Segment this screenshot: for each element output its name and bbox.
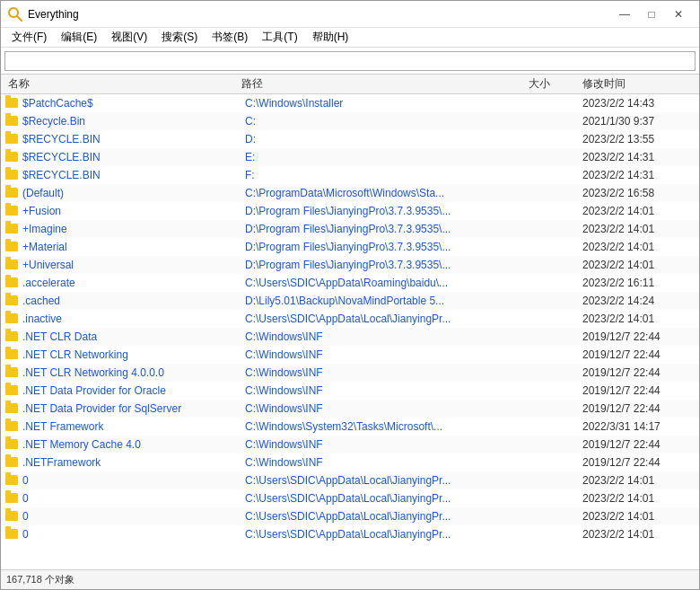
table-row[interactable]: .NET Memory Cache 4.0C:\Windows\INF2019/… bbox=[1, 436, 699, 454]
column-header-modified[interactable]: 修改时间 bbox=[579, 75, 696, 93]
file-modified: 2019/12/7 22:44 bbox=[579, 330, 696, 343]
file-path: C:\Windows\INF bbox=[241, 438, 525, 451]
folder-icon bbox=[4, 419, 19, 434]
table-row[interactable]: .inactiveC:\Users\SDIC\AppData\Local\Jia… bbox=[1, 310, 699, 328]
file-modified: 2023/2/2 14:01 bbox=[579, 241, 696, 253]
table-row[interactable]: .NET Data Provider for SqlServerC:\Windo… bbox=[1, 400, 699, 418]
file-path: C:\ProgramData\Microsoft\Windows\Sta... bbox=[241, 187, 525, 199]
menu-bookmarks[interactable]: 书签(B) bbox=[205, 28, 255, 47]
menu-edit[interactable]: 编辑(E) bbox=[54, 28, 104, 47]
folder-icon bbox=[4, 294, 19, 308]
column-header-size[interactable]: 大小 bbox=[525, 75, 579, 93]
table-row[interactable]: .NET CLR NetworkingC:\Windows\INF2019/12… bbox=[1, 346, 699, 364]
file-list-area: $PatchCache$C:\Windows\Installer2023/2/2… bbox=[1, 94, 699, 569]
file-modified: 2023/2/2 14:24 bbox=[579, 295, 696, 307]
table-row[interactable]: $RECYCLE.BIND:2023/2/2 13:55 bbox=[1, 130, 699, 148]
file-path: C:\Windows\INF bbox=[241, 456, 525, 469]
table-row[interactable]: .NET CLR Networking 4.0.0.0C:\Windows\IN… bbox=[1, 364, 699, 382]
menu-tools[interactable]: 工具(T) bbox=[255, 28, 304, 47]
table-row[interactable]: .cachedD:\Lily5.01\Backup\NovaMindPortab… bbox=[1, 292, 699, 310]
table-row[interactable]: 0C:\Users\SDIC\AppData\Local\JianyingPr.… bbox=[1, 471, 699, 489]
file-modified: 2023/2/2 14:01 bbox=[579, 528, 696, 541]
folder-icon bbox=[4, 114, 19, 128]
table-row[interactable]: +MaterialD:\Program Files\JianyingPro\3.… bbox=[1, 238, 699, 256]
file-path: C:\Users\SDIC\AppData\Local\JianyingPr..… bbox=[241, 474, 525, 487]
file-path: D:\Program Files\JianyingPro\3.7.3.9535\… bbox=[241, 205, 525, 217]
table-row[interactable]: 0C:\Users\SDIC\AppData\Local\JianyingPr.… bbox=[1, 525, 699, 543]
table-row[interactable]: 0C:\Users\SDIC\AppData\Local\JianyingPr.… bbox=[1, 507, 699, 525]
window-title: Everything bbox=[28, 8, 611, 21]
svg-line-1 bbox=[17, 16, 22, 21]
table-row[interactable]: $RECYCLE.BINE:2023/2/2 14:31 bbox=[1, 148, 699, 166]
column-header-path[interactable]: 路径 bbox=[238, 75, 525, 93]
folder-icon bbox=[4, 509, 19, 524]
table-row[interactable]: 0C:\Users\SDIC\AppData\Local\JianyingPr.… bbox=[1, 489, 699, 507]
file-name: $RECYCLE.BIN bbox=[22, 151, 241, 163]
file-path: C:\Windows\INF bbox=[241, 384, 525, 397]
table-row[interactable]: $PatchCache$C:\Windows\Installer2023/2/2… bbox=[1, 94, 699, 112]
file-path: D: bbox=[241, 133, 525, 145]
file-modified: 2021/1/30 9:37 bbox=[579, 115, 696, 128]
column-header-name[interactable]: 名称 bbox=[4, 75, 238, 93]
folder-icon bbox=[4, 240, 19, 254]
maximize-button[interactable]: □ bbox=[638, 1, 665, 28]
file-name: .NET CLR Data bbox=[22, 330, 241, 343]
table-row[interactable]: +UniversalD:\Program Files\JianyingPro\3… bbox=[1, 256, 699, 274]
table-row[interactable]: .NET FrameworkC:\Windows\System32\Tasks\… bbox=[1, 418, 699, 436]
minimize-button[interactable]: — bbox=[611, 1, 638, 28]
file-name: $RECYCLE.BIN bbox=[22, 133, 241, 145]
file-name: .inactive bbox=[22, 313, 241, 325]
folder-icon bbox=[4, 168, 19, 182]
file-modified: 2023/2/2 14:01 bbox=[579, 223, 696, 235]
folder-icon bbox=[4, 491, 19, 506]
file-name: 0 bbox=[22, 528, 241, 541]
file-name: +Imagine bbox=[22, 223, 241, 235]
table-row[interactable]: .NET CLR DataC:\Windows\INF2019/12/7 22:… bbox=[1, 328, 699, 346]
file-modified: 2023/2/2 14:43 bbox=[579, 97, 696, 110]
folder-icon bbox=[4, 132, 19, 146]
close-button[interactable]: ✕ bbox=[665, 1, 692, 28]
file-path: D:\Program Files\JianyingPro\3.7.3.9535\… bbox=[241, 259, 525, 271]
file-name: 0 bbox=[22, 510, 241, 523]
table-row[interactable]: $RECYCLE.BINF:2023/2/2 14:31 bbox=[1, 166, 699, 184]
file-modified: 2023/2/2 14:01 bbox=[579, 259, 696, 271]
menu-file[interactable]: 文件(F) bbox=[4, 28, 54, 47]
title-bar: Everything — □ ✕ bbox=[1, 1, 699, 28]
file-path: C:\Users\SDIC\AppData\Local\JianyingPr..… bbox=[241, 492, 525, 505]
table-row[interactable]: (Default)C:\ProgramData\Microsoft\Window… bbox=[1, 184, 699, 202]
table-row[interactable]: $Recycle.BinC:2021/1/30 9:37 bbox=[1, 112, 699, 130]
table-row[interactable]: .accelerateC:\Users\SDIC\AppData\Roaming… bbox=[1, 274, 699, 292]
file-path: F: bbox=[241, 169, 525, 181]
folder-icon bbox=[4, 455, 19, 470]
table-row[interactable]: +ImagineD:\Program Files\JianyingPro\3.7… bbox=[1, 220, 699, 238]
content-area: 名称 路径 大小 修改时间 $PatchCache$C:\Windows\Ins… bbox=[1, 75, 699, 569]
menu-view[interactable]: 视图(V) bbox=[104, 28, 154, 47]
menu-help[interactable]: 帮助(H) bbox=[305, 28, 356, 47]
menu-search[interactable]: 搜索(S) bbox=[154, 28, 205, 47]
file-modified: 2019/12/7 22:44 bbox=[579, 366, 696, 379]
file-name: +Material bbox=[22, 241, 241, 253]
file-path: C:\Users\SDIC\AppData\Local\JianyingPr..… bbox=[241, 510, 525, 523]
status-count: 167,718 个对象 bbox=[6, 573, 74, 586]
file-path: C:\Users\SDIC\AppData\Local\JianyingPr..… bbox=[241, 313, 525, 325]
table-row[interactable]: .NET Data Provider for OracleC:\Windows\… bbox=[1, 382, 699, 400]
search-input[interactable] bbox=[4, 51, 696, 71]
file-name: 0 bbox=[22, 474, 241, 487]
file-path: C:\Users\SDIC\AppData\Roaming\baidu\... bbox=[241, 277, 525, 289]
file-list[interactable]: $PatchCache$C:\Windows\Installer2023/2/2… bbox=[1, 94, 699, 569]
folder-icon bbox=[4, 365, 19, 380]
file-path: C:\Windows\INF bbox=[241, 366, 525, 379]
main-window: Everything — □ ✕ 文件(F) 编辑(E) 视图(V) 搜索(S)… bbox=[0, 0, 700, 590]
table-row[interactable]: .NETFrameworkC:\Windows\INF2019/12/7 22:… bbox=[1, 454, 699, 471]
file-name: .NET Data Provider for Oracle bbox=[22, 384, 241, 397]
folder-icon bbox=[4, 348, 19, 362]
file-modified: 2023/2/2 14:01 bbox=[579, 474, 696, 487]
file-modified: 2019/12/7 22:44 bbox=[579, 438, 696, 451]
folder-icon bbox=[4, 437, 19, 452]
folder-icon bbox=[4, 330, 19, 344]
folder-icon bbox=[4, 204, 19, 218]
file-modified: 2023/2/2 14:01 bbox=[579, 510, 696, 523]
table-row[interactable]: +FusionD:\Program Files\JianyingPro\3.7.… bbox=[1, 202, 699, 220]
file-name: +Universal bbox=[22, 259, 241, 271]
folder-icon bbox=[4, 527, 19, 542]
